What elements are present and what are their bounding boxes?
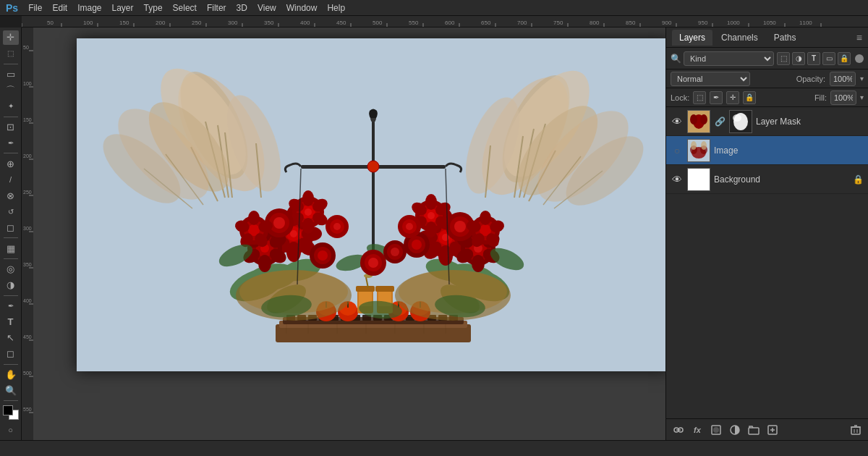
layer-mask-thumb — [729, 110, 752, 133]
menu-filter[interactable]: Filter — [207, 3, 226, 13]
delete-layer-btn[interactable] — [848, 422, 864, 438]
filter-type-icon[interactable]: T — [807, 52, 820, 65]
top-menu-bar: Ps File Edit Image Layer Type Select Fil… — [0, 0, 868, 16]
opacity-label: Opacity: — [796, 75, 825, 83]
color-swatches[interactable] — [3, 405, 19, 420]
svg-text:650: 650 — [481, 20, 491, 26]
svg-point-287 — [701, 141, 707, 150]
hand-tool[interactable]: ✋ — [3, 367, 19, 381]
panel-options-icon[interactable]: ≡ — [856, 32, 862, 43]
move-tool[interactable]: ✛ — [3, 30, 19, 45]
filter-smart-icon[interactable]: 🔒 — [838, 52, 851, 65]
filter-search-icon: 🔍 — [671, 54, 681, 64]
menu-help[interactable]: Help — [327, 3, 345, 13]
pen-tool[interactable]: ✒ — [3, 299, 19, 313]
menu-file[interactable]: File — [28, 3, 42, 13]
svg-text:550: 550 — [23, 407, 32, 412]
dodge-tool[interactable]: ◑ — [3, 278, 19, 292]
svg-text:200: 200 — [156, 20, 166, 26]
type-tool[interactable]: T — [3, 315, 19, 329]
fill-arrow[interactable]: ▾ — [860, 93, 864, 101]
filter-shape-icon[interactable]: ▭ — [822, 52, 835, 65]
tab-channels[interactable]: Channels — [714, 30, 765, 46]
fill-input[interactable] — [830, 90, 856, 105]
tab-layers[interactable]: Layers — [672, 30, 712, 46]
clone-tool[interactable]: ⊗ — [3, 188, 19, 203]
filter-kind-select[interactable]: Kind — [684, 51, 774, 66]
blend-mode-select[interactable]: Normal — [671, 72, 750, 86]
opacity-input[interactable] — [830, 72, 856, 86]
svg-text:400: 400 — [300, 20, 310, 26]
svg-point-277 — [690, 114, 697, 124]
group-btn[interactable] — [746, 422, 762, 438]
svg-text:500: 500 — [373, 20, 383, 26]
zoom-tool[interactable]: 🔍 — [3, 383, 19, 397]
svg-point-236 — [425, 221, 437, 237]
layer-thumb-image — [687, 139, 710, 162]
add-mask-btn[interactable] — [708, 422, 724, 438]
history-tool[interactable]: ↺ — [3, 204, 19, 219]
filter-adjust-icon[interactable]: ◑ — [792, 52, 805, 65]
eraser-tool[interactable]: ◻ — [3, 220, 19, 235]
svg-text:850: 850 — [626, 20, 636, 26]
svg-text:250: 250 — [192, 20, 202, 26]
menu-select[interactable]: Select — [173, 3, 197, 13]
marquee-tool[interactable]: ▭ — [3, 67, 19, 82]
layer-lock-icon: 🔒 — [853, 174, 864, 185]
layer-link-mask[interactable]: 🔗 — [714, 116, 726, 127]
ps-logo[interactable]: Ps — [6, 2, 18, 14]
fx-btn[interactable]: fx — [689, 422, 705, 438]
menu-view[interactable]: View — [258, 3, 276, 13]
fill-label: Fill: — [814, 93, 827, 102]
quick-mask-mode[interactable]: ○ — [3, 423, 19, 437]
lock-all-icon[interactable]: 🔒 — [743, 91, 756, 104]
menu-3d[interactable]: 3D — [237, 3, 247, 13]
adjustment-btn[interactable] — [727, 422, 743, 438]
layer-row-mask[interactable]: 👁 🔗 — [666, 107, 868, 136]
lock-pixels-icon[interactable]: ⬚ — [693, 91, 706, 104]
brush-tool[interactable]: / — [3, 172, 19, 187]
layer-thumb-bg — [687, 168, 710, 191]
menu-window[interactable]: Window — [286, 3, 318, 13]
layer-row-background[interactable]: 👁 Background 🔒 — [666, 165, 868, 194]
canvas-document[interactable] — [77, 38, 665, 371]
layer-row-image[interactable]: ○ Image — [666, 136, 868, 165]
svg-text:450: 450 — [336, 20, 346, 26]
svg-text:1000: 1000 — [727, 20, 740, 26]
filter-toggle[interactable] — [855, 54, 864, 63]
blur-tool[interactable]: ◎ — [3, 262, 19, 276]
opacity-arrow[interactable]: ▾ — [860, 75, 864, 83]
svg-point-269 — [368, 258, 378, 268]
tools-panel: ✛ ⬚ ▭ ⌒ ✦ ⊡ ✒ ⊕ / ⊗ ↺ ◻ ▦ ◎ ◑ ✒ T ↖ ◻ ✋ … — [0, 28, 22, 440]
lasso-tool[interactable]: ⌒ — [3, 83, 19, 98]
quick-select-tool[interactable]: ✦ — [3, 99, 19, 114]
layer-name-image: Image — [714, 145, 864, 156]
menu-image[interactable]: Image — [77, 3, 101, 13]
healing-tool[interactable]: ⊕ — [3, 156, 19, 171]
svg-point-182 — [305, 208, 312, 216]
lock-position-icon[interactable]: ✒ — [710, 91, 723, 104]
tab-paths[interactable]: Paths — [767, 30, 804, 46]
gradient-tool[interactable]: ▦ — [3, 241, 19, 256]
lock-transform-icon[interactable]: ✛ — [726, 91, 739, 104]
shape-tool[interactable]: ◻ — [3, 347, 19, 361]
artboard-tool[interactable]: ⬚ — [3, 46, 19, 61]
svg-text:350: 350 — [264, 20, 274, 26]
svg-text:100: 100 — [23, 81, 32, 86]
layer-visibility-image[interactable]: ○ — [671, 144, 684, 157]
new-layer-btn[interactable] — [765, 422, 780, 438]
menu-type[interactable]: Type — [144, 3, 163, 13]
status-bar — [0, 440, 868, 456]
path-select-tool[interactable]: ↖ — [3, 331, 19, 345]
svg-point-186 — [302, 218, 314, 234]
canvas-area[interactable] — [33, 28, 665, 440]
layer-visibility-bg[interactable]: 👁 — [671, 173, 684, 186]
crop-tool[interactable]: ⊡ — [3, 120, 19, 135]
menu-edit[interactable]: Edit — [52, 3, 67, 13]
link-layers-btn[interactable] — [671, 422, 686, 438]
eyedropper-tool[interactable]: ✒ — [3, 136, 19, 151]
menu-layer[interactable]: Layer — [112, 3, 134, 13]
filter-pixel-icon[interactable]: ⬚ — [777, 52, 790, 65]
svg-text:900: 900 — [662, 20, 672, 26]
layer-visibility-mask[interactable]: 👁 — [671, 115, 684, 128]
